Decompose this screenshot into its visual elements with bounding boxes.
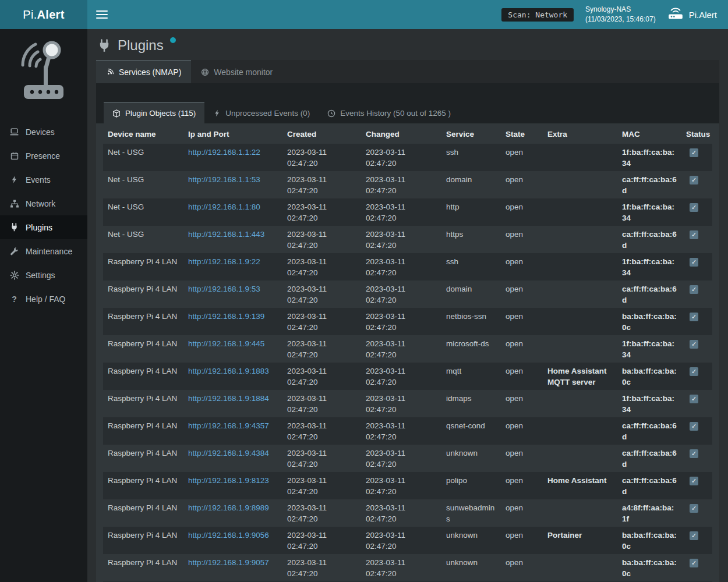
- status-checkbox[interactable]: [690, 340, 698, 349]
- cell-mac: 1f:ba:ff:ca:ba:34: [617, 335, 681, 363]
- status-checkbox[interactable]: [690, 367, 698, 376]
- col-extra[interactable]: Extra: [543, 125, 617, 144]
- col-ip-and-port[interactable]: Ip and Port: [183, 125, 282, 144]
- gear-icon: [9, 270, 19, 280]
- status-checkbox[interactable]: [690, 285, 698, 294]
- sidebar-item-network[interactable]: Network: [0, 191, 87, 215]
- cell-mac: ba:ba:ff:ca:ba:0c: [617, 527, 681, 554]
- app-logo[interactable]: Pi.Alert: [0, 0, 87, 29]
- status-checkbox[interactable]: [690, 504, 698, 513]
- tab-label: Plugin Objects (115): [125, 109, 196, 118]
- sidebar-item-label: Events: [26, 175, 51, 184]
- tab-website-monitor[interactable]: Website monitor: [191, 60, 282, 83]
- ip-port-link[interactable]: http://192.168.1.1:53: [188, 175, 260, 184]
- cell-changed: 2023-03-11 02:47:20: [361, 417, 441, 445]
- ip-port-link[interactable]: http://192.168.1.9:1883: [188, 367, 269, 375]
- table-row: Raspberry Pi 4 LAN http://192.168.1.9:22…: [103, 253, 712, 281]
- sidebar-item-help-faq[interactable]: ? Help / FAQ: [0, 287, 87, 311]
- ip-port-link[interactable]: http://192.168.1.9:53: [188, 285, 260, 293]
- cell-changed: 2023-03-11 02:47:20: [361, 527, 441, 554]
- cell-service: idmaps: [441, 390, 501, 417]
- cell-mac: ca:ff:ff:ca:ba:6d: [617, 171, 681, 198]
- cell-extra: [543, 499, 617, 527]
- ip-port-link[interactable]: http://192.168.1.9:4384: [188, 449, 269, 457]
- status-checkbox[interactable]: [690, 176, 698, 184]
- status-checkbox[interactable]: [690, 395, 698, 403]
- cell-status: [681, 171, 712, 198]
- col-state[interactable]: State: [501, 125, 543, 144]
- sidebar-item-presence[interactable]: Presence: [0, 144, 87, 168]
- plugin-category-tabs: Services (NMAP) Website monitor: [96, 60, 719, 83]
- cell-mac: 1f:ba:ff:ca:ba:34: [617, 198, 681, 226]
- status-checkbox[interactable]: [690, 422, 698, 431]
- sidebar-item-plugins[interactable]: Plugins: [0, 215, 87, 239]
- col-created[interactable]: Created: [282, 125, 361, 144]
- status-checkbox[interactable]: [690, 313, 698, 321]
- tab-unprocessed-events[interactable]: Unprocessed Events (0): [204, 102, 319, 123]
- sidebar-item-settings[interactable]: Settings: [0, 263, 87, 287]
- cell-ip-and-port: http://192.168.1.9:53: [183, 281, 282, 308]
- tab-events-history[interactable]: Events History (50 out of 1265 ): [319, 102, 460, 123]
- table-row: Net - USG http://192.168.1.1:80 2023-03-…: [103, 198, 712, 226]
- ip-port-link[interactable]: http://192.168.1.9:1884: [188, 394, 269, 403]
- ip-port-link[interactable]: http://192.168.1.1:80: [188, 203, 260, 211]
- status-checkbox[interactable]: [690, 449, 698, 458]
- wrench-icon: [9, 246, 19, 256]
- plugin-objects-tbody: Net - USG http://192.168.1.1:22 2023-03-…: [103, 144, 712, 582]
- status-checkbox[interactable]: [690, 203, 698, 212]
- tab-plugin-objects[interactable]: Plugin Objects (115): [104, 102, 204, 123]
- table-row: Raspberry Pi 4 LAN http://192.168.1.9:13…: [103, 308, 712, 335]
- page-title: Plugins: [118, 37, 164, 54]
- ip-port-link[interactable]: http://192.168.1.1:22: [188, 148, 260, 157]
- cell-status: [681, 198, 712, 226]
- ip-port-link[interactable]: http://192.168.1.9:9057: [188, 558, 269, 567]
- sitemap-icon: [9, 198, 19, 208]
- ip-port-link[interactable]: http://192.168.1.9:445: [188, 339, 264, 348]
- cell-state: open: [501, 226, 543, 253]
- sidebar-item-maintenance[interactable]: Maintenance: [0, 239, 87, 263]
- tab-label: Unprocessed Events (0): [225, 109, 310, 118]
- ip-port-link[interactable]: http://192.168.1.9:8989: [188, 503, 269, 512]
- ip-port-link[interactable]: http://192.168.1.9:22: [188, 257, 260, 266]
- status-checkbox[interactable]: [690, 531, 698, 540]
- cell-device-name: Raspberry Pi 4 LAN: [103, 308, 183, 335]
- status-checkbox[interactable]: [690, 559, 698, 567]
- col-changed[interactable]: Changed: [361, 125, 441, 144]
- col-status[interactable]: Status: [681, 125, 712, 144]
- status-checkbox[interactable]: [690, 258, 698, 267]
- cell-ip-and-port: http://192.168.1.1:80: [183, 198, 282, 226]
- cell-status: [681, 417, 712, 445]
- status-checkbox[interactable]: [690, 477, 698, 485]
- sidebar-item-events[interactable]: Events: [0, 168, 87, 191]
- brand-text-alert: Alert: [37, 8, 65, 22]
- cell-state: open: [501, 554, 543, 581]
- cell-ip-and-port: http://192.168.1.9:1883: [183, 363, 282, 390]
- tab-services-nmap[interactable]: Services (NMAP): [96, 60, 191, 83]
- cell-created: 2023-03-11 02:47:20: [282, 499, 361, 527]
- cell-ip-and-port: http://192.168.1.1:443: [183, 226, 282, 253]
- plugin-data-tabs: Plugin Objects (115) Unprocessed Events …: [96, 83, 719, 123]
- cell-created: 2023-03-11 02:47:20: [282, 390, 361, 417]
- cell-service: unknown: [441, 554, 501, 581]
- sidebar-item-devices[interactable]: Devices: [0, 120, 87, 144]
- sidebar-toggle-icon[interactable]: [96, 10, 108, 19]
- cell-extra: [543, 308, 617, 335]
- status-checkbox[interactable]: [690, 230, 698, 239]
- cell-device-name: Raspberry Pi 4 LAN: [103, 499, 183, 527]
- app-chip[interactable]: Pi.Alert: [667, 8, 719, 22]
- cell-status: [681, 281, 712, 308]
- col-mac[interactable]: MAC: [617, 125, 681, 144]
- ip-port-link[interactable]: http://192.168.1.9:4357: [188, 421, 269, 430]
- status-checkbox[interactable]: [690, 148, 698, 157]
- cube-icon: [112, 109, 121, 118]
- cell-changed: 2023-03-11 02:47:20: [361, 281, 441, 308]
- col-device-name[interactable]: Device name: [103, 125, 183, 144]
- ip-port-link[interactable]: http://192.168.1.9:9056: [188, 531, 269, 540]
- col-service[interactable]: Service: [441, 125, 501, 144]
- ip-port-link[interactable]: http://192.168.1.1:443: [188, 230, 264, 239]
- ip-port-link[interactable]: http://192.168.1.9:8123: [188, 476, 269, 485]
- cell-state: open: [501, 363, 543, 390]
- cell-changed: 2023-03-11 02:47:20: [361, 198, 441, 226]
- ip-port-link[interactable]: http://192.168.1.9:139: [188, 312, 264, 321]
- cell-mac: ca:ff:ff:ca:ba:6d: [617, 417, 681, 445]
